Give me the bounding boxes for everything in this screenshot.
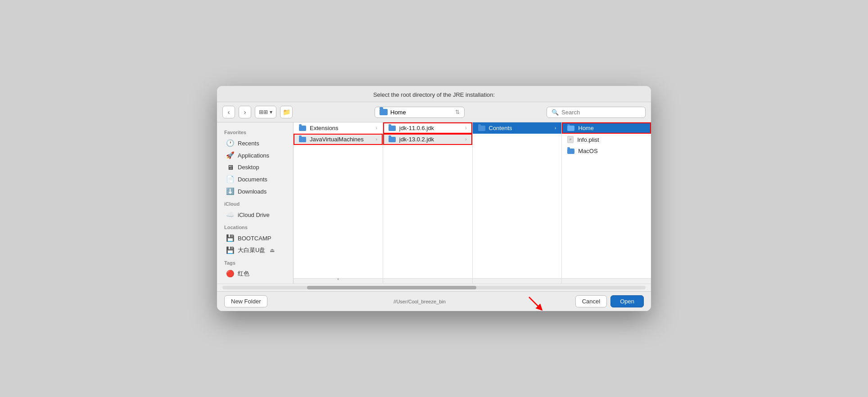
- location-folder-icon: [380, 109, 388, 115]
- folder-icon: [299, 137, 306, 142]
- sidebar-item-applications[interactable]: 🚀 Applications: [219, 149, 291, 161]
- recents-icon: 🕐: [226, 139, 234, 147]
- file-name: jdk-13.0.2.jdk: [399, 136, 461, 143]
- dialog-title: Select the root directory of the JRE ins…: [373, 91, 495, 98]
- file-row[interactable]: MacOS: [562, 145, 651, 157]
- plist-file-icon: P: [567, 136, 574, 143]
- svg-line-0: [529, 297, 540, 308]
- sidebar-item-label: 大白菜U盘: [238, 246, 265, 254]
- folder-icon: [389, 137, 396, 142]
- sidebar-item-label: Downloads: [238, 188, 267, 195]
- sidebar-item-label: BOOTCAMP: [238, 235, 271, 242]
- red-arrow-icon: [527, 295, 545, 311]
- location-dropdown-inner: Home: [380, 109, 406, 116]
- bottom-bar: New Folder //User/Cool_breeze_bin Cancel…: [217, 291, 651, 311]
- search-input[interactable]: [561, 109, 641, 116]
- file-name: JavaVirtualMachines: [310, 136, 372, 143]
- downloads-icon: ⬇️: [226, 187, 234, 195]
- documents-icon: 📄: [226, 175, 234, 183]
- sidebar-item-label: Documents: [238, 176, 267, 183]
- scrollbar-pane3[interactable]: [473, 278, 562, 284]
- new-folder-toolbar-button[interactable]: 📁: [280, 106, 293, 118]
- sidebar-item-bootcamp[interactable]: 💾 BOOTCAMP: [219, 232, 291, 244]
- sidebar-item-documents[interactable]: 📄 Documents: [219, 173, 291, 185]
- chevron-right-icon: ›: [375, 126, 377, 131]
- search-icon: 🔍: [552, 109, 559, 116]
- location-label: Home: [390, 109, 406, 116]
- folder-icon: [567, 149, 574, 154]
- sidebar-item-label: Recents: [238, 140, 259, 147]
- chevron-right-icon: ›: [555, 126, 556, 131]
- new-folder-button[interactable]: New Folder: [224, 295, 267, 307]
- file-name: Extensions: [310, 125, 372, 131]
- sidebar-item-label: iCloud Drive: [238, 212, 270, 218]
- toolbar: ‹ › ⊞⊞ ▾ 📁 Home ⇅ 🔍: [217, 102, 651, 122]
- file-pane-4: Home P Info.plist MacOS: [562, 122, 651, 284]
- favorites-header: Favorites: [217, 126, 293, 137]
- scrollbar-pane4[interactable]: [562, 278, 651, 284]
- folder-icon: [478, 126, 485, 131]
- sidebar-item-label: Desktop: [238, 164, 259, 171]
- folder-icon: [299, 126, 306, 131]
- file-panes: Extensions › JavaVirtualMachines ›: [294, 122, 651, 284]
- bottom-left: New Folder: [224, 295, 267, 307]
- main-content: Favorites 🕐 Recents 🚀 Applications 🖥 Des…: [217, 122, 651, 284]
- chevron-right-icon: ›: [465, 126, 466, 131]
- open-button[interactable]: Open: [610, 295, 644, 307]
- eject-icon[interactable]: ⏏: [270, 247, 275, 253]
- tags-header: Tags: [217, 257, 293, 267]
- file-pane-3: Contents ›: [473, 122, 562, 284]
- chevron-down-icon: ▾: [270, 109, 272, 115]
- sidebar-item-desktop[interactable]: 🖥 Desktop: [219, 162, 291, 173]
- chevron-right-icon: ›: [375, 137, 377, 142]
- sidebar-item-icloud-drive[interactable]: ☁️ iCloud Drive: [219, 209, 291, 221]
- folder-icon: [567, 126, 574, 131]
- forward-button[interactable]: ›: [239, 106, 251, 118]
- sort-icon: ⇅: [455, 109, 460, 115]
- home-row[interactable]: Home: [562, 122, 651, 134]
- scrollbar-pane2[interactable]: [383, 278, 472, 284]
- file-name: Contents: [489, 125, 551, 131]
- file-row[interactable]: jdk-11.0.6.jdk ›: [383, 122, 472, 134]
- sidebar-item-downloads[interactable]: ⬇️ Downloads: [219, 185, 291, 197]
- cancel-button[interactable]: Cancel: [575, 295, 607, 307]
- horizontal-scrollbar[interactable]: [217, 284, 651, 291]
- file-name: Info.plist: [577, 136, 646, 143]
- location-bar: Home ⇅: [296, 107, 543, 118]
- usb-drive-icon: 💾: [226, 246, 234, 254]
- file-row[interactable]: Extensions ›: [294, 122, 383, 134]
- folder-icon: [389, 126, 396, 131]
- sidebar-item-label: 红色: [238, 270, 249, 278]
- file-row[interactable]: jdk-13.0.2.jdk ›: [383, 134, 472, 145]
- file-row[interactable]: JavaVirtualMachines ›: [294, 134, 383, 145]
- bootcamp-icon: 💾: [226, 234, 234, 242]
- icloud-icon: ☁️: [226, 211, 234, 219]
- desktop-icon: 🖥: [226, 163, 234, 171]
- icloud-header: iCloud: [217, 198, 293, 208]
- chevron-right-icon: ›: [465, 137, 466, 142]
- location-dropdown[interactable]: Home ⇅: [375, 107, 465, 118]
- folder-new-icon: 📁: [283, 108, 290, 116]
- file-pane-1: Extensions › JavaVirtualMachines ›: [294, 122, 383, 284]
- path-bar: //User/Cool_breeze_bin: [393, 299, 446, 304]
- red-tag-icon: 🔴: [226, 270, 234, 278]
- sidebar-item-red-tag[interactable]: 🔴 红色: [219, 268, 291, 280]
- sidebar-item-label: Applications: [238, 152, 269, 159]
- sidebar-item-recents[interactable]: 🕐 Recents: [219, 137, 291, 149]
- sidebar-item-usb[interactable]: 💾 大白菜U盘 ⏏: [219, 244, 291, 256]
- back-button[interactable]: ‹: [222, 106, 235, 118]
- view-selector[interactable]: ⊞⊞ ▾: [255, 106, 276, 118]
- applications-icon: 🚀: [226, 151, 234, 159]
- grid-icon: ⊞⊞: [259, 109, 268, 115]
- bottom-right-buttons: Cancel Open: [572, 295, 644, 307]
- file-name: Home: [578, 125, 646, 131]
- back-icon: ‹: [228, 108, 230, 116]
- locations-header: Locations: [217, 221, 293, 232]
- file-row[interactable]: P Info.plist: [562, 134, 651, 145]
- file-name: MacOS: [578, 148, 646, 154]
- title-bar: Select the root directory of the JRE ins…: [217, 86, 651, 102]
- file-pane-2: jdk-11.0.6.jdk › jdk-13.0.2.jdk ›: [383, 122, 473, 284]
- pane3-header-row[interactable]: Contents ›: [473, 122, 562, 134]
- file-dialog: Select the root directory of the JRE ins…: [217, 86, 651, 311]
- search-bar[interactable]: 🔍: [547, 107, 646, 118]
